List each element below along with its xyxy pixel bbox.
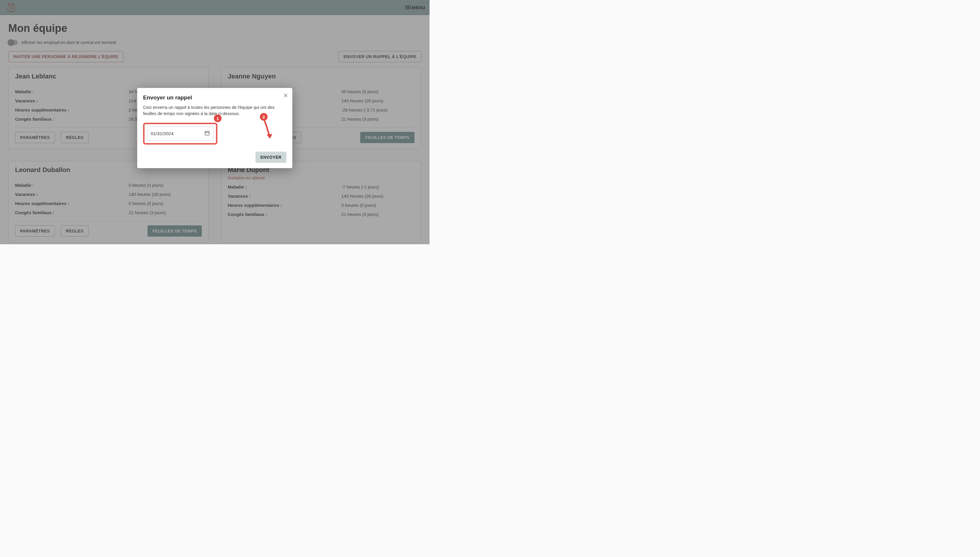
dialog-actions: ENVOYER: [143, 151, 287, 163]
svg-rect-9: [205, 132, 209, 135]
calendar-icon[interactable]: [204, 130, 210, 137]
date-input-value: 01/31/2024: [151, 131, 174, 136]
annotation-badge-1: 1: [214, 114, 221, 122]
reminder-date-input[interactable]: 01/31/2024: [147, 127, 213, 141]
annotation-highlight-frame: 01/31/2024: [143, 123, 217, 145]
modal-overlay: ✕ Envoyer un rappel Ceci enverra un rapp…: [0, 0, 430, 244]
send-button[interactable]: ENVOYER: [256, 151, 287, 163]
close-icon[interactable]: ✕: [283, 93, 288, 99]
annotation-arrow-icon: [261, 120, 276, 143]
dialog-title: Envoyer un rappel: [143, 94, 287, 101]
send-reminder-dialog: ✕ Envoyer un rappel Ceci enverra un rapp…: [137, 88, 292, 168]
